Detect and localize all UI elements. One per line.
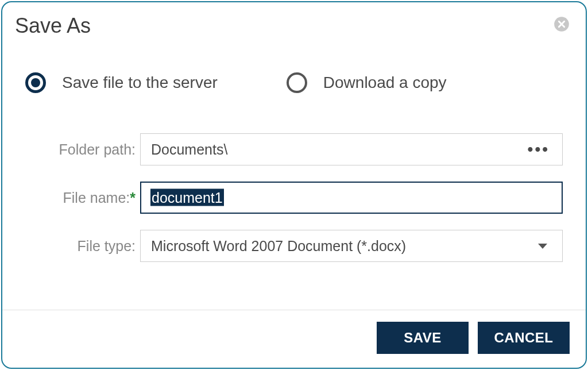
- folder-path-row: Folder path: Documents\ •••: [25, 133, 563, 165]
- filetype-select[interactable]: Microsoft Word 2007 Document (*.docx): [140, 230, 563, 262]
- save-mode-radios: Save file to the server Download a copy: [25, 72, 563, 93]
- filetype-value: Microsoft Word 2007 Document (*.docx): [151, 238, 406, 255]
- close-icon[interactable]: [554, 16, 570, 32]
- chevron-down-icon: [538, 244, 547, 249]
- radio-indicator-unselected: [287, 72, 307, 93]
- cancel-button[interactable]: CANCEL: [478, 322, 570, 354]
- radio-save-to-server[interactable]: Save file to the server: [25, 72, 218, 93]
- radio-label-download: Download a copy: [323, 74, 447, 92]
- filename-label: File name:*: [25, 190, 140, 206]
- radio-download-copy[interactable]: Download a copy: [287, 72, 447, 93]
- radio-label-save-server: Save file to the server: [62, 74, 218, 92]
- folder-path-value: Documents\: [151, 141, 227, 158]
- dialog-title: Save As: [15, 14, 91, 38]
- filename-row: File name:* document1: [25, 182, 563, 214]
- required-star-icon: *: [130, 190, 136, 206]
- dialog-body: Save file to the server Download a copy …: [2, 38, 586, 310]
- filetype-label: File type:: [25, 238, 140, 255]
- folder-path-label: Folder path:: [25, 141, 140, 158]
- radio-indicator-selected: [25, 72, 46, 93]
- dialog-header: Save As: [2, 2, 586, 38]
- browse-ellipsis-icon[interactable]: •••: [528, 140, 552, 159]
- dialog-footer: SAVE CANCEL: [2, 310, 586, 368]
- filename-input[interactable]: [140, 182, 563, 214]
- folder-path-input[interactable]: Documents\ •••: [140, 133, 563, 165]
- save-as-dialog: Save As Save file to the server Download…: [1, 1, 587, 369]
- filetype-row: File type: Microsoft Word 2007 Document …: [25, 230, 563, 262]
- save-button[interactable]: SAVE: [377, 322, 469, 354]
